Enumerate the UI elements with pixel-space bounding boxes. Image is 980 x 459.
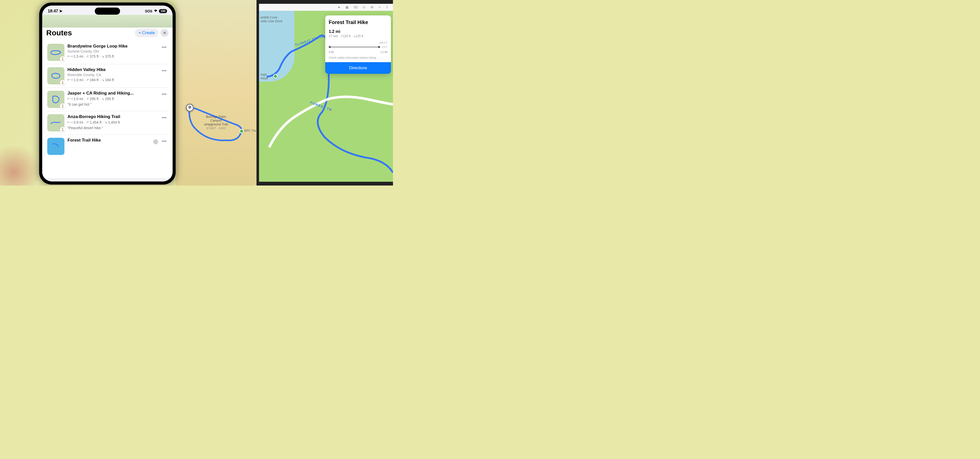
- route-thumbnail: 🚶: [47, 91, 64, 108]
- route-stats: ⊢⊣ 2.0 mi · ↗ 295 ft · ↘ 295 ft: [67, 97, 158, 101]
- route-title: Brandywine Gorge Loop Hike: [67, 44, 158, 49]
- route-thumbnail: 🚶: [47, 114, 64, 131]
- route-stats: ⊢⊣ 3.9 mi · ↗ 1,454 ft · ↘ 1,454 ft: [67, 120, 158, 124]
- distance-icon: ⊢⊣: [67, 54, 73, 58]
- status-time: 18:47: [48, 9, 58, 13]
- route-item-jasper[interactable]: 🚶 Jasper + CA Riding and Hiking... ⊢⊣ 2.…: [46, 88, 169, 111]
- route-item-hidden-valley[interactable]: 🚶 Hidden Valley Hike Riverside County, C…: [46, 64, 169, 88]
- dynamic-island: [95, 8, 120, 15]
- detail-title: Forest Trail Hike: [329, 19, 387, 25]
- page-title: Routes: [46, 29, 72, 37]
- iphone-screen: 18:47 ➤ SOS 100 Routes + Create: [42, 6, 173, 182]
- route-thumbnail: 🚶: [47, 67, 64, 84]
- route-subtitle: Riverside County, CA: [67, 73, 158, 77]
- ascent-icon: ↗: [86, 78, 89, 82]
- elevation-chart: 400 FT 0 FT 0 MI 1.2 MI: [329, 41, 387, 54]
- map-background-peek[interactable]: [42, 15, 173, 27]
- ipad-map-view[interactable]: artlett Cove ublic Use Dock ingit head T…: [259, 11, 393, 182]
- route-title: Jasper + CA Riding and Hiking...: [67, 91, 158, 96]
- download-icon: ↓: [155, 140, 156, 143]
- place-label: Borrego Palm Canyon ampground Trail STAR…: [176, 115, 256, 130]
- route-stats: ⊢⊣ 1.0 mi · ↗ 184 ft · ↘ 184 ft: [67, 78, 158, 82]
- route-title: Hidden Valley Hike: [67, 67, 158, 72]
- distance-icon: ⊢⊣: [67, 97, 73, 100]
- iphone-device: 18:47 ➤ SOS 100 Routes + Create: [39, 3, 176, 185]
- elev-label-top: 400 FT: [329, 41, 387, 44]
- detail-stats: 27 min · ↗125 ft · ↘125 ft: [329, 34, 387, 38]
- hiker-icon: 🚶: [60, 104, 65, 109]
- map-layers-icon[interactable]: ▦: [345, 5, 348, 9]
- descent-icon: ↘: [105, 121, 107, 124]
- create-button[interactable]: + Create: [135, 29, 158, 37]
- route-polyline: [176, 0, 256, 185]
- settings-icon[interactable]: ⚙: [371, 5, 374, 9]
- map-label-trailhead: ingit head: [261, 73, 268, 80]
- ascent-icon: ↗: [86, 54, 89, 58]
- ascent-icon: ↗: [86, 97, 89, 100]
- hand-holding-phone: [0, 140, 46, 185]
- add-icon[interactable]: +: [379, 5, 380, 9]
- location-arrow-icon: ➤: [59, 9, 62, 13]
- route-list: 🚶 Brandywine Gorge Loop Hike Summit Coun…: [46, 41, 169, 158]
- route-stats: ⊢⊣ 1.5 mi · ↗ 375 ft · ↘ 375 ft: [67, 54, 158, 58]
- route-subtitle: Summit County, OH: [67, 49, 158, 53]
- route-item-brandywine[interactable]: 🚶 Brandywine Gorge Loop Hike Summit Coun…: [46, 41, 169, 64]
- close-button[interactable]: ✕: [161, 29, 169, 37]
- middle-map-view[interactable]: Borrego Palm Canyon ampground Trail STAR…: [176, 0, 256, 185]
- plus-icon: +: [138, 30, 141, 35]
- hiker-icon: 🚶: [60, 127, 65, 132]
- download-button[interactable]: ↓: [153, 139, 158, 144]
- more-button[interactable]: •••: [161, 44, 167, 51]
- look-around-icon[interactable]: ⊙: [363, 5, 366, 9]
- more-button[interactable]: •••: [161, 114, 167, 121]
- mode-3d-button[interactable]: 3D: [353, 5, 358, 9]
- more-button[interactable]: •••: [161, 67, 167, 75]
- safety-note: Check safety information before hiking.: [329, 56, 387, 59]
- route-item-forest-trail[interactable]: Forest Trail Hike ↓ •••: [46, 135, 169, 158]
- elevation-line: [329, 47, 380, 47]
- trailhead-dot-icon: [273, 74, 278, 79]
- hiker-icon: 🚶: [60, 80, 65, 85]
- distance-icon: ⊢⊣: [67, 78, 73, 82]
- route-item-anza-borrego[interactable]: 🚶 Anza-Borrego Hiking Trail ⊢⊣ 3.9 mi · …: [46, 111, 169, 135]
- route-thumbnail: [47, 138, 64, 155]
- distance-icon: ⊢⊣: [67, 121, 73, 124]
- sos-indicator: SOS: [145, 9, 153, 13]
- wifi-icon: [154, 9, 158, 13]
- route-detail-card: ✕ Forest Trail Hike 1.2 mi 27 min · ↗125…: [325, 16, 391, 74]
- start-pin-icon: [186, 104, 194, 112]
- create-label: Create: [142, 30, 155, 35]
- location-icon[interactable]: ➤: [337, 5, 340, 9]
- routes-sheet: Routes + Create ✕ 🚶: [42, 25, 173, 178]
- axis-start: 0 MI: [329, 51, 334, 54]
- ascent-icon: ↗: [86, 121, 89, 124]
- route-thumbnail: 🚶: [47, 44, 64, 61]
- elev-label-zero: 0 FT: [382, 46, 387, 49]
- hiker-icon: 🚶: [60, 56, 65, 62]
- route-title: Anza-Borrego Hiking Trail: [67, 114, 158, 119]
- descent-icon: ↘: [102, 54, 104, 58]
- detail-distance: 1.2 mi: [329, 29, 387, 34]
- directions-button[interactable]: Directions: [325, 62, 391, 74]
- route-note: "It can get hot.": [67, 102, 158, 107]
- descent-icon: ↘: [102, 97, 104, 100]
- descent-icon: ↘: [102, 78, 104, 82]
- poi-label: BPC Tra: [244, 129, 256, 132]
- more-button[interactable]: •••: [161, 138, 167, 145]
- close-icon: ✕: [328, 18, 331, 22]
- route-note: "Peaceful desert hike.": [67, 126, 158, 130]
- axis-end: 1.2 MI: [380, 51, 387, 54]
- battery-indicator: 100: [159, 9, 167, 13]
- share-icon[interactable]: ⇪: [386, 5, 388, 9]
- close-card-button[interactable]: ✕: [328, 18, 331, 23]
- close-icon: ✕: [163, 30, 166, 35]
- more-button[interactable]: •••: [161, 91, 167, 98]
- ipad-device: ➤ ▦ 3D ⊙ ⚙ + ⇪ artlett Cove ublic Use Do…: [256, 0, 393, 185]
- ipad-toolbar: ➤ ▦ 3D ⊙ ⚙ + ⇪: [259, 4, 393, 11]
- route-title: Forest Trail Hike: [67, 138, 150, 143]
- map-label-dock: artlett Cove ublic Use Dock: [261, 16, 283, 23]
